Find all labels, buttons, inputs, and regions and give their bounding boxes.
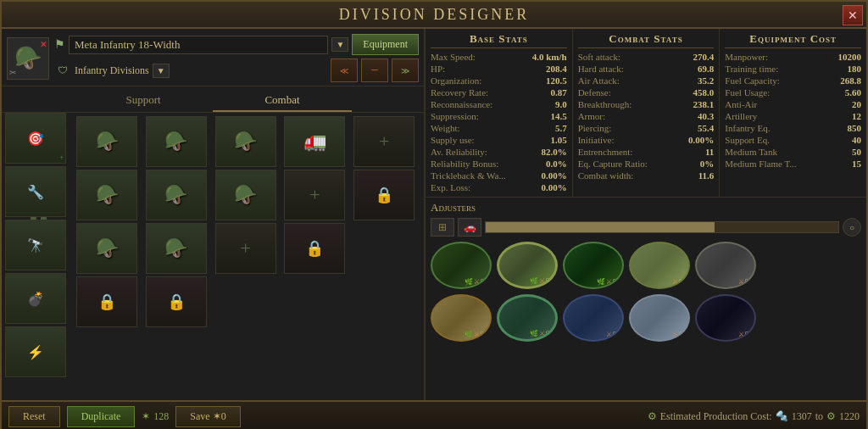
adj-marsh[interactable]: 🌿⚔🛡	[497, 294, 558, 342]
grid-cell-2-1[interactable]: 🪖	[76, 170, 137, 220]
side-cell-1[interactable]: 🎯 +	[5, 113, 66, 164]
grid-cell-2-3[interactable]: 🪖	[215, 170, 276, 220]
stat-value: 55.4	[698, 122, 714, 134]
grid-cell-1-3[interactable]: 🪖	[215, 116, 276, 167]
adj-forest[interactable]: 🌿⚔🛡	[431, 242, 492, 289]
adjuster-row-2: 🌿⚔🛡 🌿⚔🛡 ⚔🛡	[431, 294, 861, 342]
stat-supply: Supply use: 1.05	[431, 134, 567, 146]
grid-container: 🎯 + 🔧 🔭 💣 ⚡	[2, 113, 424, 400]
adj-circle-button[interactable]: ○	[843, 218, 861, 237]
stat-label: Max Speed:	[431, 51, 476, 63]
stat-piercing: Piercing: 55.4	[578, 122, 715, 134]
stat-label: Combat width:	[578, 170, 634, 181]
production-label-icon: ⚙	[648, 410, 657, 423]
adjuster-row-1: 🌿⚔🛡 🌿⚔🛡 🌿⚔🛡	[431, 242, 861, 289]
stat-label: Infantry Eq.	[725, 122, 770, 134]
equipment-button[interactable]: Equipment	[352, 34, 419, 55]
stat-value: 9.0	[555, 98, 567, 110]
stat-label: Supply use:	[431, 134, 475, 146]
stat-value: 35.2	[698, 75, 714, 86]
stat-value: 82.0%	[541, 146, 566, 158]
tab-combat[interactable]: Combat	[213, 90, 352, 112]
stat-manpower: Manpower: 10200	[725, 51, 861, 63]
grid-cell-3-3[interactable]: +	[215, 223, 276, 274]
xp-minus-button[interactable]: −	[361, 58, 388, 82]
stat-air-atk: Air Attack: 35.2	[578, 75, 715, 86]
add-icon: +	[240, 237, 250, 259]
stat-value: 0%	[700, 158, 715, 170]
stat-value: 4.0 km/h	[532, 51, 567, 63]
stat-entrenched: Entrenchment: 11	[578, 146, 715, 158]
stat-value: 0.0%	[546, 158, 567, 170]
stat-value: 40.3	[698, 110, 714, 122]
grid-cell-1-4[interactable]: 🚛	[284, 116, 345, 167]
stat-label: Training time:	[725, 63, 778, 75]
adj-grid-view-button[interactable]: ⊞	[431, 218, 454, 237]
adj-night[interactable]: ⚔🛡	[695, 294, 756, 342]
adj-desert[interactable]: 🌿⚔🛡	[431, 294, 492, 342]
helmet-unit-icon: 🪖	[96, 184, 119, 206]
template-dropdown[interactable]: ▼	[153, 64, 170, 78]
adjusters-header: Adjusters	[431, 201, 861, 214]
bottom-bar: Reset Duplicate ✶ 128 Save ✶0 ⚙ Estimate…	[2, 400, 866, 429]
tank-unit-icon: 🚛	[303, 131, 326, 153]
stat-exp-loss: Exp. Loss: 0.00%	[431, 181, 567, 193]
adj-slider[interactable]	[485, 221, 839, 233]
duplicate-button[interactable]: Duplicate	[67, 406, 136, 427]
adj-winter[interactable]: ⚔🛡	[629, 294, 690, 342]
side-cell-5[interactable]: ⚡	[5, 326, 66, 377]
grid-cell-1-2[interactable]: 🪖	[146, 116, 207, 167]
helmet-unit-icon: 🪖	[96, 131, 119, 153]
xp-up-button[interactable]: ≫	[392, 58, 419, 82]
adj-river[interactable]: ⚔🛡	[563, 294, 624, 342]
side-cell-4[interactable]: 💣	[5, 273, 66, 324]
reset-button[interactable]: Reset	[8, 406, 60, 427]
stat-hard-atk: Hard attack: 69.8	[578, 63, 715, 75]
stat-label: Av. Reliability:	[431, 146, 487, 158]
xp-down-button[interactable]: ≪	[331, 58, 358, 82]
template-row: 🛡 Infantry Divisions ▼ ≪ − ≫	[54, 58, 419, 82]
left-panel: 🪖 ✕ ✂ ⚑ ▼ Equipment 🛡 Infantry Divisions	[2, 29, 426, 400]
adj-hills[interactable]: 🌿⚔🛡	[497, 242, 558, 289]
stat-breakthrough: Breakthrough: 238.1	[578, 98, 715, 110]
stat-label: Weight:	[431, 122, 460, 134]
stat-armor: Armor: 40.3	[578, 110, 715, 122]
delete-icon[interactable]: ✕	[40, 40, 47, 49]
scissors-icon[interactable]: ✂	[9, 68, 16, 77]
stat-label: Manpower:	[725, 51, 768, 63]
tab-support[interactable]: Support	[74, 90, 213, 112]
stat-anti-air: Anti-Air 20	[725, 98, 861, 110]
stat-label: Initiative:	[578, 134, 615, 146]
adj-urban[interactable]: ⚔🛡	[695, 242, 756, 289]
stat-value: 14.5	[550, 110, 566, 122]
grid-cell-1-5[interactable]: +	[353, 116, 415, 167]
stat-eq-capture: Eq. Capture Ratio: 0%	[578, 158, 715, 170]
division-name-dropdown[interactable]: ▼	[331, 37, 348, 52]
grid-cell-2-5[interactable]: 🔒	[353, 170, 415, 220]
stat-value: 11.6	[698, 170, 715, 181]
stat-value: 850	[848, 122, 862, 134]
adjusters-toolbar: ⊞ 🚗 ○	[431, 218, 861, 237]
adj-jungle[interactable]: 🌿⚔🛡	[563, 242, 624, 289]
save-button[interactable]: Save ✶0	[175, 406, 240, 427]
infantry-icon: ⚑	[54, 37, 65, 52]
grid-cell-1-1[interactable]: 🪖	[76, 116, 137, 167]
adj-plains[interactable]: ⚔🛡	[629, 242, 690, 289]
grid-cell-4-2[interactable]: 🔒	[146, 276, 207, 327]
close-button[interactable]: ✕	[843, 5, 863, 25]
grid-cell-3-2[interactable]: 🪖	[146, 223, 207, 274]
side-cell-2[interactable]: 🔧	[5, 166, 66, 217]
grid-cell-3-4[interactable]: 🔒	[284, 223, 345, 274]
unit-grid: 🪖 🪖 🪖 🚛 +	[76, 116, 420, 327]
side-cell-3[interactable]: 🔭	[5, 220, 66, 270]
prod-to-label: to	[815, 410, 823, 423]
production-cost-label: Estimated Production Cost:	[660, 410, 772, 423]
grid-cell-4-1[interactable]: 🔒	[76, 276, 137, 327]
prod-resource-icon-2: ⚙	[826, 410, 836, 423]
division-name-input[interactable]	[69, 36, 328, 54]
grid-cell-2-4[interactable]: +	[284, 170, 345, 220]
grid-cell-2-2[interactable]: 🪖	[146, 170, 207, 220]
prod-value-2: 1220	[839, 410, 860, 423]
grid-cell-3-1[interactable]: 🪖	[76, 223, 137, 274]
stat-defense: Defense: 458.0	[578, 86, 715, 98]
